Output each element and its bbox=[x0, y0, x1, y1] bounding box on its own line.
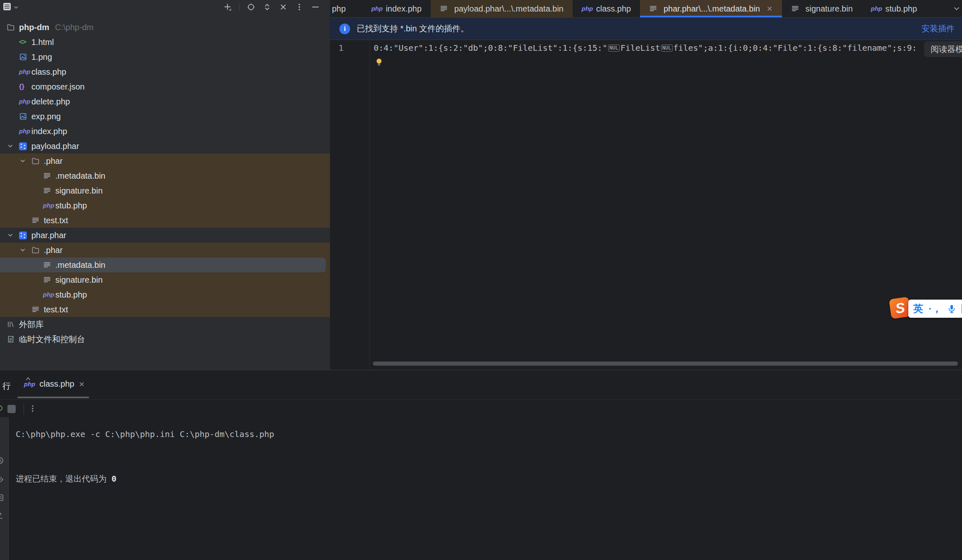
tree-item-phar-phar[interactable]: phar.phar bbox=[0, 228, 330, 243]
clipped-toolbar-icon[interactable] bbox=[0, 493, 5, 502]
tree-item-signature-bin[interactable]: signature.bin bbox=[0, 272, 330, 287]
tree-item-class-php[interactable]: phpclass.php bbox=[0, 64, 330, 79]
locate-file-icon[interactable] bbox=[246, 2, 256, 12]
run-panel-title: 行 bbox=[2, 380, 11, 392]
chevron-down-icon bbox=[7, 232, 19, 239]
clipped-toolbar-icon[interactable] bbox=[0, 475, 5, 484]
chevron-down-icon[interactable] bbox=[13, 4, 19, 11]
tree-item-metadata-bin[interactable]: .metadata.bin bbox=[0, 258, 330, 272]
tree-item-label: signature.bin bbox=[55, 186, 103, 196]
code-segment: files";a:1:{i:0;0:4:"File":1:{s:8:"filen… bbox=[673, 43, 917, 53]
run-tab-class-php[interactable]: php class.php bbox=[24, 379, 85, 389]
stop-button[interactable] bbox=[7, 405, 16, 413]
clipped-toolbar-icon[interactable] bbox=[0, 456, 5, 465]
code-segment: 0:4:"User":1:{s:2:"db";0:8:"FileList":1:… bbox=[374, 43, 607, 53]
tab-label: index.php bbox=[386, 4, 422, 14]
tree-item-1-png[interactable]: 1.png bbox=[0, 50, 330, 64]
add-icon[interactable] bbox=[223, 2, 232, 12]
tree-item-外部库[interactable]: 外部库 bbox=[0, 317, 330, 332]
bin-icon bbox=[649, 5, 660, 13]
console-command: C:\php\php.exe -c C:\php\php.ini C:\php-… bbox=[16, 429, 274, 439]
bin-icon bbox=[43, 261, 54, 269]
run-tab-label: class.php bbox=[40, 379, 75, 389]
close-tab-icon[interactable] bbox=[766, 5, 773, 12]
chevron-down-icon bbox=[7, 142, 19, 150]
tree-item-label: 外部库 bbox=[19, 319, 44, 330]
gutter-separator bbox=[370, 40, 370, 369]
tree-item-index-php[interactable]: phpindex.php bbox=[0, 124, 330, 139]
toolbar-separator bbox=[239, 3, 239, 11]
tree-item-signature-bin[interactable]: signature.bin bbox=[0, 183, 330, 198]
tree-item-label: .phar bbox=[44, 156, 63, 166]
microphone-icon[interactable] bbox=[947, 304, 956, 313]
rerun-icon[interactable] bbox=[0, 404, 4, 412]
more-options-icon[interactable] bbox=[295, 2, 304, 12]
editor-tab-php[interactable]: php bbox=[330, 0, 362, 17]
tree-item-临时文件和控制台[interactable]: 临时文件和控制台 bbox=[0, 332, 330, 347]
tree-item-exp-png[interactable]: exp.png bbox=[0, 109, 330, 124]
archive-icon bbox=[19, 232, 30, 239]
editor-tab-phar-phar-metadata-bin[interactable]: phar.phar\...\.metadata.bin bbox=[640, 0, 782, 17]
tree-item-label: 临时文件和控制台 bbox=[19, 334, 85, 345]
ime-language-toggle[interactable]: 英 bbox=[913, 302, 923, 315]
tree-item-phar[interactable]: .phar bbox=[0, 154, 330, 168]
close-panel-icon[interactable] bbox=[279, 2, 288, 12]
editor-tab-index-php[interactable]: phpindex.php bbox=[362, 0, 431, 17]
editor-tab-payload-phar-metadata-bin[interactable]: payload.phar\...\.metadata.bin bbox=[431, 0, 573, 17]
console-toolbar-strip bbox=[0, 417, 9, 560]
code-line[interactable]: 0:4:"User":1:{s:2:"db";0:8:"FileList":1:… bbox=[374, 43, 917, 54]
project-tree: php-dmC:\php-dm<>1.html1.pngphpclass.php… bbox=[0, 20, 330, 347]
tree-item-delete-php[interactable]: phpdelete.php bbox=[0, 94, 330, 109]
editor-horizontal-scrollbar[interactable] bbox=[373, 362, 958, 366]
tree-item-stub-php[interactable]: phpstub.php bbox=[0, 287, 330, 302]
plugin-banner: i 已找到支持 *.bin 文件的插件。 安装插件 忽略 bbox=[330, 17, 962, 40]
info-icon: i bbox=[339, 24, 350, 34]
tree-item-metadata-bin[interactable]: .metadata.bin bbox=[0, 168, 330, 183]
archive-icon bbox=[19, 142, 30, 150]
ide-window: php-dmC:\php-dm<>1.html1.pngphpclass.php… bbox=[0, 0, 962, 560]
run-header-separator bbox=[0, 399, 962, 399]
tab-label: stub.php bbox=[885, 4, 917, 14]
editor-tab-signature-bin[interactable]: signature.bin bbox=[782, 0, 862, 17]
image-icon bbox=[19, 53, 30, 61]
bin-icon bbox=[440, 5, 450, 13]
tree-item-test-txt[interactable]: test.txt bbox=[0, 302, 330, 317]
ime-toolbar: 英 ·， bbox=[908, 300, 962, 318]
tree-item-php-dm[interactable]: php-dmC:\php-dm bbox=[0, 20, 330, 35]
bin-icon bbox=[43, 172, 54, 180]
reader-mode-button[interactable]: 阅读器模式 bbox=[924, 41, 962, 57]
close-icon[interactable] bbox=[78, 381, 85, 388]
line-number: 1 bbox=[330, 43, 344, 53]
ime-punctuation-toggle[interactable]: ·， bbox=[929, 302, 942, 315]
main-menu-icon[interactable] bbox=[3, 2, 11, 11]
console-output[interactable]: C:\php\php.exe -c C:\php\php.ini C:\php-… bbox=[16, 429, 274, 484]
run-more-options-icon[interactable] bbox=[28, 404, 37, 413]
tab-label: phar.phar\...\.metadata.bin bbox=[663, 4, 760, 14]
hidden-tabs-chevron-icon[interactable] bbox=[952, 4, 961, 13]
tree-item-payload-phar[interactable]: payload.phar bbox=[0, 139, 330, 154]
tree-item-label: index.php bbox=[31, 127, 67, 136]
tab-label: payload.phar\...\.metadata.bin bbox=[454, 4, 564, 14]
clipped-toolbar-icon[interactable] bbox=[0, 511, 5, 520]
nul-control-char: NUL bbox=[661, 45, 673, 52]
tree-item-label: .metadata.bin bbox=[55, 171, 105, 181]
tree-item-1-html[interactable]: <>1.html bbox=[0, 35, 330, 50]
tree-item-composer-json[interactable]: {}composer.json bbox=[0, 79, 330, 94]
hide-panel-icon[interactable] bbox=[311, 2, 320, 12]
bin-icon bbox=[791, 5, 802, 13]
tree-item-test-txt[interactable]: test.txt bbox=[0, 213, 330, 228]
folder-icon bbox=[7, 23, 17, 31]
chevron-down-icon bbox=[19, 246, 31, 254]
intention-bulb-icon[interactable] bbox=[374, 57, 384, 66]
tree-item-label: stub.php bbox=[55, 290, 87, 300]
editor-tab-stub-php[interactable]: phpstub.php bbox=[862, 0, 926, 17]
editor-tab-class-php[interactable]: phpclass.php bbox=[573, 0, 640, 17]
tree-item-label: class.php bbox=[31, 67, 66, 77]
tree-item-label: 1.png bbox=[31, 52, 52, 62]
tree-item-stub-php[interactable]: phpstub.php bbox=[0, 198, 330, 213]
tree-item-phar[interactable]: .phar bbox=[0, 243, 330, 258]
libraries-icon bbox=[7, 320, 17, 328]
tree-item-label: phar.phar bbox=[31, 231, 66, 240]
expand-collapse-icon[interactable] bbox=[263, 2, 272, 12]
install-plugin-link[interactable]: 安装插件 bbox=[922, 23, 955, 34]
